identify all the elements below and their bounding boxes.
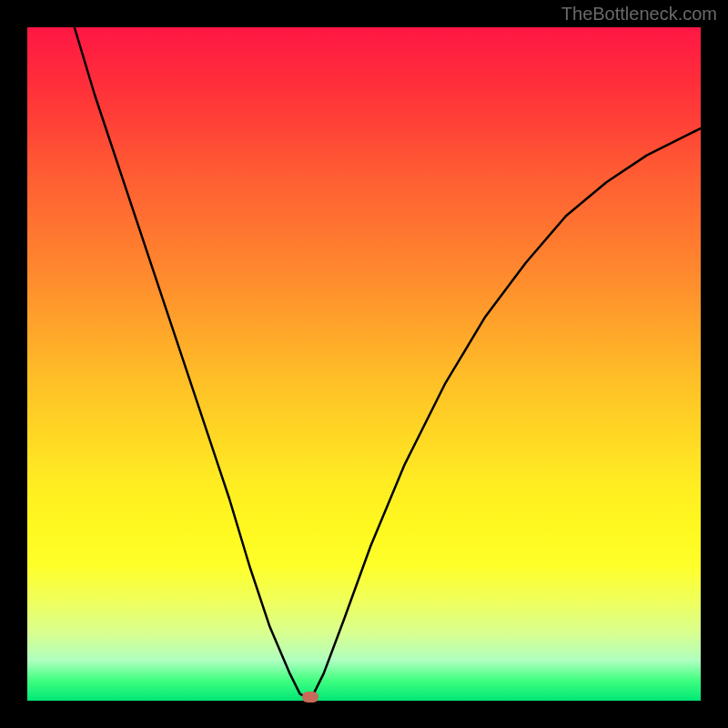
watermark-text: TheBottleneck.com [561,4,717,25]
chart-plot-area [27,27,701,701]
bottleneck-curve [27,27,701,701]
optimal-point-marker [302,692,318,703]
